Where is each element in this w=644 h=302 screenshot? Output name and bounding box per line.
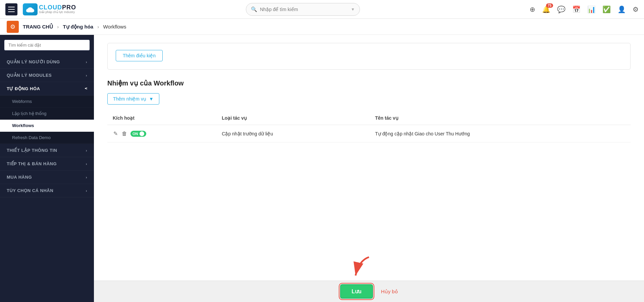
sidebar-item-label: TIẾP THỊ & BÁN HÀNG (7, 161, 57, 166)
sidebar-item-automation[interactable]: TỰ ĐỘNG HÓA ∨ (0, 82, 94, 96)
sidebar-item-user-management[interactable]: QUẢN LÝ NGƯỜI DÙNG › (0, 55, 94, 69)
search-input[interactable] (260, 7, 348, 12)
col-header-activate: Kích hoạt (107, 111, 216, 125)
sidebar: QUẢN LÝ NGƯỜI DÙNG › QUẢN LÝ MODULES › T… (0, 35, 94, 302)
sidebar-item-modules[interactable]: QUẢN LÝ MODULES › (0, 69, 94, 82)
breadcrumb-sep1: › (57, 24, 59, 29)
sidebar-item-webforms[interactable]: Webforms (0, 96, 94, 108)
menu-toggle-button[interactable] (5, 3, 17, 15)
edit-icon-button[interactable]: ✎ (113, 130, 118, 137)
sidebar-item-label: MUA HÀNG (7, 175, 32, 180)
sidebar-item-workflows[interactable]: Workflows (0, 120, 94, 132)
content-area: Thêm điều kiện Nhiệm vụ của Workflow Thê… (94, 35, 644, 302)
col-header-task-name: Tên tác vụ (370, 111, 631, 125)
table-row: ✎ 🗑 ON Cập nhật trường dữ liệu Tự động c… (107, 125, 631, 142)
sidebar-item-schedule[interactable]: Lập lịch hệ thống (0, 108, 94, 120)
logo-text: CLOUDPRO Giải pháp chủ lực Industry (39, 4, 76, 14)
breadcrumb-icon: ⚙ (7, 21, 19, 33)
profile-button[interactable]: 👤 (618, 5, 626, 13)
breadcrumb: TRANG CHỦ › Tự động hóa › Workflows (23, 24, 126, 30)
add-task-button[interactable]: Thêm nhiệm vụ ▼ (107, 93, 159, 105)
sidebar-item-label: TÙY CHỌN CÁ NHÂN (7, 188, 53, 193)
add-task-label: Thêm nhiệm vụ (113, 96, 146, 102)
cell-task-name: Tự động cập nhật Giao cho User Thu Hướng (370, 125, 631, 142)
analytics-button[interactable]: 📊 (587, 5, 596, 13)
task-table: Kích hoạt Loại tác vụ Tên tác vụ ✎ 🗑 ON (107, 111, 631, 142)
breadcrumb-current: Workflows (103, 24, 126, 29)
notification-badge: 75 (546, 3, 553, 8)
section-title: Nhiệm vụ của Workflow (107, 79, 631, 87)
delete-icon-button[interactable]: 🗑 (121, 130, 128, 137)
sidebar-item-marketing[interactable]: TIẾP THỊ & BÁN HÀNG › (0, 157, 94, 171)
settings-button[interactable]: ⚙ (633, 5, 639, 13)
global-search[interactable]: 🔍 ▼ (246, 3, 360, 16)
breadcrumb-sep2: › (97, 24, 99, 29)
sidebar-item-label: QUẢN LÝ NGƯỜI DÙNG (7, 59, 60, 64)
logo: CLOUDPRO Giải pháp chủ lực Industry (23, 3, 76, 15)
sidebar-search-input[interactable] (4, 40, 90, 51)
toggle-on-label: ON (132, 132, 138, 136)
cell-task-type: Cập nhật trường dữ liệu (216, 125, 370, 142)
chevron-down-icon: ∨ (84, 87, 88, 90)
sidebar-item-refresh-data-demo[interactable]: Refresh Data Demo (0, 132, 94, 144)
sidebar-item-label: THIẾT LẬP THÔNG TIN (7, 148, 57, 153)
dropdown-arrow-icon: ▼ (149, 96, 154, 102)
sidebar-item-purchasing[interactable]: MUA HÀNG › (0, 171, 94, 184)
breadcrumb-home[interactable]: TRANG CHỦ (23, 24, 53, 29)
calendar-button[interactable]: 📅 (572, 5, 581, 13)
chevron-right-icon: › (86, 189, 87, 193)
main-layout: QUẢN LÝ NGƯỜI DÙNG › QUẢN LÝ MODULES › T… (0, 35, 644, 302)
sidebar-item-settings[interactable]: THIẾT LẬP THÔNG TIN › (0, 144, 94, 157)
add-button[interactable]: ⊕ (530, 5, 535, 13)
breadcrumb-bar: ⚙ TRANG CHỦ › Tự động hóa › Workflows (0, 19, 644, 35)
content-inner: Thêm điều kiện Nhiệm vụ của Workflow Thê… (94, 35, 644, 281)
chevron-right-icon: › (86, 60, 87, 64)
sidebar-search-area[interactable] (4, 40, 90, 51)
toggle-switch[interactable]: ON (130, 131, 146, 137)
bottom-bar: Lưu Hủy bỏ (94, 281, 644, 302)
sidebar-submenu-automation: Webforms Lập lịch hệ thống Workflows Ref… (0, 96, 94, 144)
nav-icons: ⊕ 🔔 75 💬 📅 📊 ✅ 👤 ⚙ (530, 5, 639, 13)
breadcrumb-parent[interactable]: Tự động hóa (63, 24, 94, 29)
svg-point-4 (29, 10, 34, 12)
search-icon: 🔍 (251, 6, 257, 12)
top-nav: CLOUDPRO Giải pháp chủ lực Industry 🔍 ▼ … (0, 0, 644, 19)
chevron-right-icon: › (86, 73, 87, 77)
col-header-task-type: Loại tác vụ (216, 111, 370, 125)
chevron-right-icon: › (86, 175, 87, 179)
action-icons: ✎ 🗑 ON (113, 130, 211, 137)
table-header-row: Kích hoạt Loại tác vụ Tên tác vụ (107, 111, 631, 125)
condition-card: Thêm điều kiện (107, 43, 631, 70)
toggle-dot (140, 131, 144, 136)
add-condition-button[interactable]: Thêm điều kiện (116, 50, 163, 61)
sidebar-section-main: QUẢN LÝ NGƯỜI DÙNG › QUẢN LÝ MODULES › T… (0, 55, 94, 197)
chat-button[interactable]: 💬 (557, 5, 566, 13)
cancel-button[interactable]: Hủy bỏ (381, 289, 398, 295)
sidebar-item-personal[interactable]: TÙY CHỌN CÁ NHÂN › (0, 184, 94, 197)
sidebar-item-label: QUẢN LÝ MODULES (7, 73, 52, 78)
tasks-button[interactable]: ✅ (602, 5, 611, 13)
sidebar-item-label: TỰ ĐỘNG HÓA (7, 86, 40, 91)
notifications-button[interactable]: 🔔 75 (542, 5, 550, 13)
chevron-right-icon: › (86, 148, 87, 153)
search-dropdown-icon[interactable]: ▼ (351, 7, 355, 12)
logo-icon (23, 3, 38, 15)
save-button[interactable]: Lưu (340, 284, 373, 299)
cell-activate: ✎ 🗑 ON (107, 125, 216, 142)
chevron-right-icon: › (86, 162, 87, 166)
